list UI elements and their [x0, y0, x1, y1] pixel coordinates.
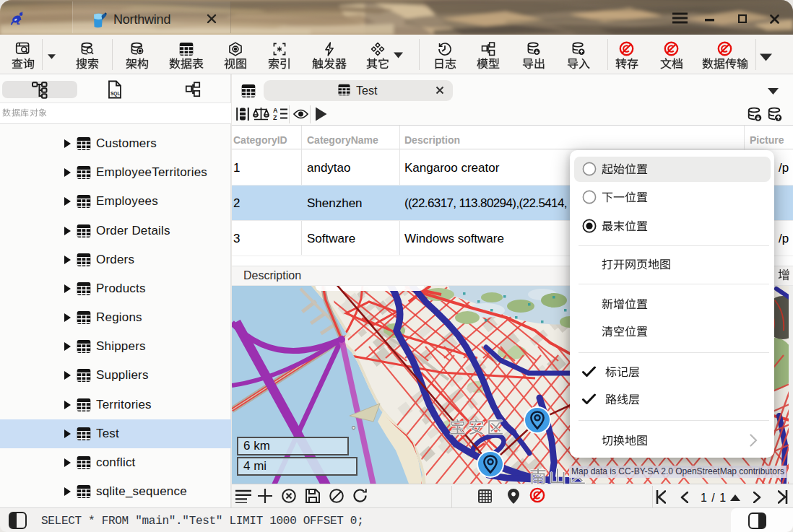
- svg-text:Z: Z: [273, 114, 277, 121]
- svg-text:A: A: [273, 107, 278, 114]
- svg-text:SQL: SQL: [110, 91, 120, 97]
